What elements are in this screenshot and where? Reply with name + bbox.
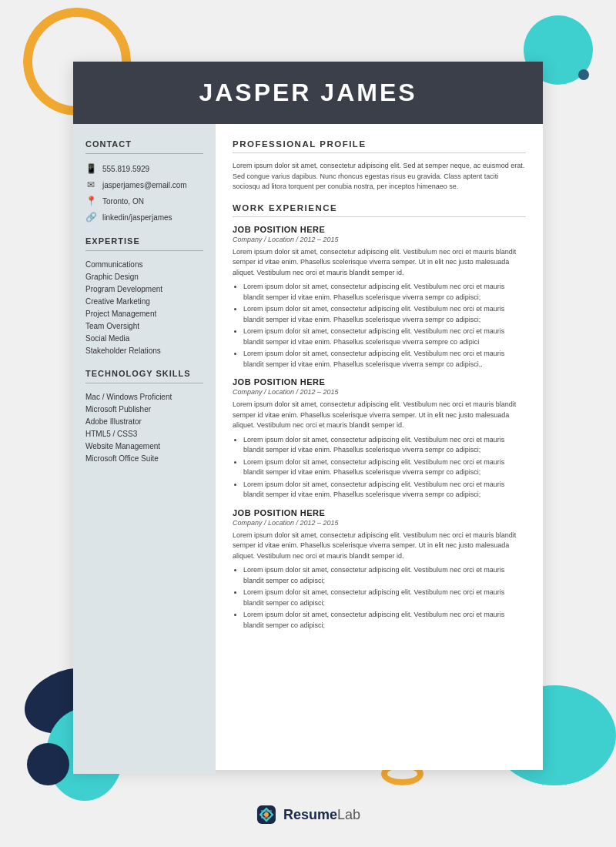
expertise-item: Project Management [85, 310, 203, 318]
contact-location-item: 📍 Toronto, ON [85, 196, 203, 206]
jobs-container: JOB POSITION HERECompany / Location / 20… [233, 225, 526, 631]
technology-item: Mac / Windows Proficient [85, 393, 203, 401]
technology-divider [85, 383, 203, 383]
resumelab-logo [256, 804, 277, 825]
bullet-0-0: Lorem ipsum dolor sit amet, consectetur … [243, 282, 526, 303]
bullet-2-1: Lorem ipsum dolor sit amet, consectetur … [243, 588, 526, 608]
job-meta-0: Company / Location / 2012 – 2015 [233, 236, 526, 243]
bullet-1-2: Lorem ipsum dolor sit amet, consectetur … [243, 480, 526, 500]
bullet-1-0: Lorem ipsum dolor sit amet, consectetur … [243, 435, 526, 456]
expertise-item: Program Development [85, 285, 203, 293]
job-meta-2: Company / Location / 2012 – 2015 [233, 519, 526, 527]
contact-title: CONTACT [85, 139, 203, 149]
job-description-1: Lorem ipsum dolor sit amet, consectetur … [233, 400, 526, 431]
technology-title: TECHNOLOGY SKILLS [85, 369, 203, 378]
profile-section: PROFESSIONAL PROFILE Lorem ipsum dolor s… [233, 139, 526, 192]
job-section-0: JOB POSITION HERECompany / Location / 20… [233, 225, 526, 370]
expertise-item: Creative Marketing [85, 297, 203, 306]
resume-header: JASPER JAMES [73, 62, 543, 124]
job-description-2: Lorem ipsum dolor sit amet, consectetur … [233, 531, 526, 562]
contact-location: Toronto, ON [102, 197, 144, 206]
contact-linkedin: linkedin/jasperjames [102, 213, 172, 222]
location-icon: 📍 [85, 196, 96, 206]
linkedin-icon: 🔗 [85, 212, 96, 223]
job-section-2: JOB POSITION HERECompany / Location / 20… [233, 508, 526, 631]
technology-item: Adobe Illustrator [85, 417, 203, 426]
expertise-section: EXPERTISE CommunicationsGraphic DesignPr… [85, 236, 203, 355]
bullet-2-0: Lorem ipsum dolor sit amet, consectetur … [243, 565, 526, 586]
branding: ResumeLab [256, 804, 360, 825]
bullet-1-1: Lorem ipsum dolor sit amet, consectetur … [243, 457, 526, 478]
technology-item: Microsoft Office Suite [85, 454, 203, 463]
branding-resume: Resume [283, 807, 337, 822]
contact-email-item: ✉ jasperjames@email.com [85, 179, 203, 190]
job-meta-1: Company / Location / 2012 – 2015 [233, 388, 526, 396]
profile-title: PROFESSIONAL PROFILE [233, 139, 526, 149]
technology-item: Website Management [85, 442, 203, 450]
expertise-item: Stakeholder Relations [85, 346, 203, 355]
candidate-name: JASPER JAMES [89, 79, 527, 107]
profile-divider [233, 152, 526, 153]
job-title-1: JOB POSITION HERE [233, 377, 526, 387]
bullet-0-2: Lorem ipsum dolor sit amet, consectetur … [243, 326, 526, 347]
expertise-divider [85, 250, 203, 251]
branding-lab: Lab [337, 807, 360, 822]
contact-linkedin-item: 🔗 linkedin/jasperjames [85, 212, 203, 223]
technology-list: Mac / Windows ProficientMicrosoft Publis… [85, 393, 203, 463]
contact-phone: 555.819.5929 [102, 165, 149, 173]
job-bullets-2: Lorem ipsum dolor sit amet, consectetur … [233, 565, 526, 631]
resume-container: JASPER JAMES CONTACT 📱 555.819.5929 ✉ ja… [73, 62, 543, 770]
expertise-item: Social Media [85, 334, 203, 343]
expertise-title: EXPERTISE [85, 236, 203, 246]
expertise-item: Communications [85, 260, 203, 269]
technology-item: HTML5 / CSS3 [85, 430, 203, 438]
decorative-teal-dot [578, 69, 589, 80]
profile-text: Lorem ipsum dolor sit amet, consectetur … [233, 161, 526, 192]
job-description-0: Lorem ipsum dolor sit amet, consectetur … [233, 247, 526, 279]
technology-item: Microsoft Publisher [85, 405, 203, 413]
technology-section: TECHNOLOGY SKILLS Mac / Windows Proficie… [85, 369, 203, 463]
job-title-2: JOB POSITION HERE [233, 508, 526, 517]
sidebar: CONTACT 📱 555.819.5929 ✉ jasperjames@ema… [73, 124, 216, 774]
email-icon: ✉ [85, 179, 96, 190]
work-experience-section: WORK EXPERIENCE JOB POSITION HERECompany… [233, 203, 526, 631]
job-title-0: JOB POSITION HERE [233, 225, 526, 234]
job-bullets-1: Lorem ipsum dolor sit amet, consectetur … [233, 435, 526, 500]
contact-divider [85, 153, 203, 154]
job-bullets-0: Lorem ipsum dolor sit amet, consectetur … [233, 282, 526, 370]
bullet-2-2: Lorem ipsum dolor sit amet, consectetur … [243, 610, 526, 631]
expertise-item: Graphic Design [85, 273, 203, 281]
job-section-1: JOB POSITION HERECompany / Location / 20… [233, 377, 526, 500]
main-content: PROFESSIONAL PROFILE Lorem ipsum dolor s… [216, 124, 543, 774]
contact-section: CONTACT 📱 555.819.5929 ✉ jasperjames@ema… [85, 139, 203, 223]
work-experience-title: WORK EXPERIENCE [233, 203, 526, 213]
expertise-item: Team Oversight [85, 322, 203, 330]
svg-point-1 [264, 812, 269, 817]
contact-phone-item: 📱 555.819.5929 [85, 163, 203, 174]
resume-body: CONTACT 📱 555.819.5929 ✉ jasperjames@ema… [73, 124, 543, 774]
work-experience-divider [233, 216, 526, 217]
branding-name: ResumeLab [283, 807, 360, 823]
decorative-dark-dot-left [27, 743, 69, 785]
contact-email: jasperjames@email.com [102, 181, 187, 189]
bullet-0-1: Lorem ipsum dolor sit amet, consectetur … [243, 304, 526, 325]
bullet-0-3: Lorem ipsum dolor sit amet, consectetur … [243, 349, 526, 370]
phone-icon: 📱 [85, 163, 96, 174]
expertise-list: CommunicationsGraphic DesignProgram Deve… [85, 260, 203, 355]
